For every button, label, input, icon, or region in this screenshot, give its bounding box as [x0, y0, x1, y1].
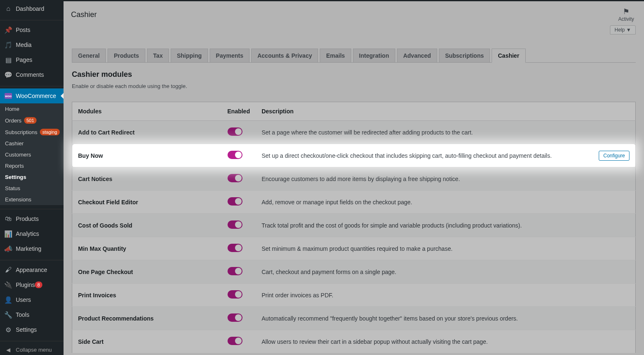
module-description: Automatically recommend "frequently boug…: [256, 307, 636, 330]
col-header-modules: Modules: [72, 102, 222, 121]
media-icon: 🎵: [4, 41, 12, 49]
tab-accounts-privacy[interactable]: Accounts & Privacy: [251, 49, 318, 62]
page-title: Cashier: [71, 10, 97, 19]
module-name: Checkout Field Editor: [72, 191, 222, 214]
tab-general[interactable]: General: [72, 49, 106, 62]
submenu-extensions[interactable]: Extensions: [0, 194, 64, 205]
sidebar-item-comments[interactable]: 💬Comments: [0, 67, 64, 82]
module-name: Min Max Quantity: [72, 237, 222, 260]
module-toggle[interactable]: [228, 197, 242, 206]
sidebar-item-products[interactable]: 🛍Products: [0, 211, 64, 226]
module-row: Side CartAllow users to review their car…: [72, 330, 636, 353]
module-name: One Page Checkout: [72, 260, 222, 284]
pin-icon: 📌: [4, 26, 12, 34]
module-name: Product Recommendations: [72, 307, 222, 330]
module-row: Min Max QuantitySet minimum & maximum pr…: [72, 237, 636, 260]
settings-tabs: GeneralProductsTaxShippingPaymentsAccoun…: [72, 49, 636, 63]
module-toggle[interactable]: [228, 220, 242, 229]
tab-emails[interactable]: Emails: [320, 49, 351, 62]
tab-payments[interactable]: Payments: [210, 49, 250, 62]
sidebar-item-tools[interactable]: 🔧Tools: [0, 307, 64, 322]
sidebar-item-users[interactable]: 👤Users: [0, 292, 64, 307]
col-header-description: Description: [256, 102, 636, 121]
sidebar-item-marketing[interactable]: 📣Marketing: [0, 241, 64, 256]
submenu-settings[interactable]: Settings: [0, 171, 64, 183]
sidebar-item-dashboard[interactable]: ⌂Dashboard: [0, 1, 64, 16]
module-row: Product RecommendationsAutomatically rec…: [72, 307, 636, 330]
tab-products[interactable]: Products: [108, 49, 145, 62]
module-toggle[interactable]: [228, 267, 242, 275]
tab-cashier[interactable]: Cashier: [492, 49, 525, 63]
activity-button[interactable]: ⚑ Activity: [618, 7, 637, 22]
submenu-cashier[interactable]: Cashier: [0, 138, 64, 149]
module-toggle[interactable]: [228, 337, 242, 345]
help-tab[interactable]: Help ▼: [610, 25, 636, 34]
module-toggle[interactable]: [228, 174, 242, 182]
submenu-subscriptions[interactable]: Subscriptions staging: [0, 126, 64, 138]
module-name: Add to Cart Redirect: [72, 121, 222, 144]
module-row: Add to Cart RedirectSet a page where the…: [72, 121, 636, 144]
woocommerce-submenu: Home Orders 501 Subscriptions staging Ca…: [0, 103, 64, 205]
woocommerce-icon: woo: [4, 92, 12, 100]
module-row: Cart NoticesEncourage customers to add m…: [72, 167, 636, 191]
plugins-badge: 8: [35, 282, 42, 288]
tab-integration[interactable]: Integration: [353, 49, 395, 62]
admin-sidebar: ⌂Dashboard 📌Posts 🎵Media ▤Pages 💬Comment…: [0, 1, 64, 355]
sidebar-item-analytics[interactable]: 📊Analytics: [0, 226, 64, 241]
module-name: Buy Now: [72, 144, 222, 167]
tab-shipping[interactable]: Shipping: [171, 49, 208, 62]
module-description: Print order invoices as PDF.: [256, 284, 636, 307]
module-toggle[interactable]: [228, 313, 242, 322]
comments-icon: 💬: [4, 71, 12, 79]
module-description: Set minimum & maximum product quantities…: [256, 237, 636, 260]
tab-advanced[interactable]: Advanced: [397, 49, 437, 62]
module-description: Cart, checkout and payment forms on a si…: [256, 260, 636, 284]
orders-badge: 501: [24, 117, 37, 124]
tab-tax[interactable]: Tax: [147, 49, 169, 62]
sidebar-item-media[interactable]: 🎵Media: [0, 37, 64, 52]
module-description: Add, remove or manage input fields on th…: [256, 191, 636, 214]
sidebar-item-settings[interactable]: ⚙Settings: [0, 322, 64, 337]
dashboard-icon: ⌂: [4, 5, 12, 13]
module-row: Print InvoicesPrint order invoices as PD…: [72, 284, 636, 307]
module-description: Set up a direct checkout/one-click check…: [256, 144, 636, 167]
flag-icon: ⚑: [618, 7, 634, 16]
tools-icon: 🔧: [4, 311, 12, 319]
analytics-icon: 📊: [4, 230, 12, 238]
module-toggle[interactable]: [228, 244, 242, 252]
module-toggle[interactable]: [228, 127, 242, 136]
module-row: Checkout Field EditorAdd, remove or mana…: [72, 191, 636, 214]
sidebar-item-plugins[interactable]: 🔌Plugins 8: [0, 277, 64, 292]
module-description: Encourage customers to add more items by…: [256, 167, 636, 191]
module-description: Set a page where the customer will be re…: [256, 121, 636, 144]
module-toggle[interactable]: [228, 151, 242, 159]
settings-icon: ⚙: [4, 326, 12, 334]
submenu-home[interactable]: Home: [0, 103, 64, 115]
module-row: One Page CheckoutCart, checkout and paym…: [72, 260, 636, 284]
submenu-reports[interactable]: Reports: [0, 160, 64, 171]
submenu-status[interactable]: Status: [0, 183, 64, 194]
sidebar-item-pages[interactable]: ▤Pages: [0, 52, 64, 67]
marketing-icon: 📣: [4, 245, 12, 253]
submenu-orders[interactable]: Orders 501: [0, 115, 64, 126]
collapse-menu[interactable]: ◀Collapse menu: [0, 343, 64, 355]
appearance-icon: 🖌: [4, 266, 12, 274]
module-description: Track total profit and the cost of goods…: [256, 214, 636, 237]
module-name: Cart Notices: [72, 167, 222, 191]
col-header-enabled: Enabled: [222, 102, 256, 121]
section-description: Enable or disable each module using the …: [72, 83, 636, 89]
sidebar-item-appearance[interactable]: 🖌Appearance: [0, 262, 64, 277]
configure-button[interactable]: Configure: [599, 151, 629, 161]
section-title: Cashier modules: [72, 70, 636, 79]
module-name: Side Cart: [72, 330, 222, 353]
pages-icon: ▤: [4, 56, 12, 64]
tab-subscriptions[interactable]: Subscriptions: [439, 49, 490, 62]
module-name: Cost of Goods Sold: [72, 214, 222, 237]
submenu-customers[interactable]: Customers: [0, 149, 64, 160]
products-icon: 🛍: [4, 215, 12, 223]
modules-table: Modules Enabled Description Add to Cart …: [72, 102, 636, 353]
module-name: Print Invoices: [72, 284, 222, 307]
sidebar-item-woocommerce[interactable]: wooWooCommerce: [0, 88, 64, 103]
module-toggle[interactable]: [228, 290, 242, 299]
sidebar-item-posts[interactable]: 📌Posts: [0, 22, 64, 37]
